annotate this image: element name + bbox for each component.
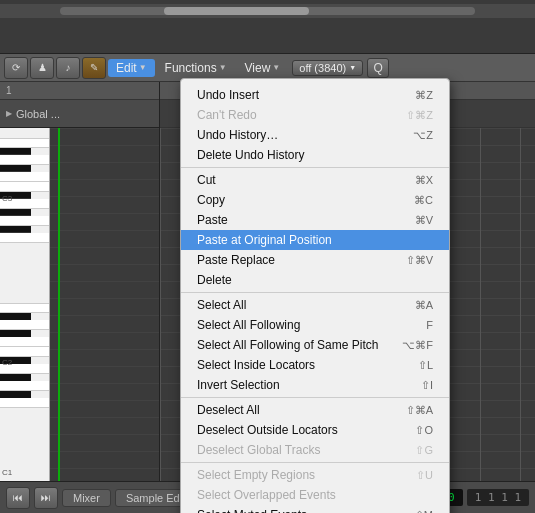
search-button[interactable]: Q	[367, 58, 389, 78]
app-window: ⟳ ♟ ♪ ✎ Edit ▼ Functions ▼ View ▼ off (3…	[0, 0, 535, 513]
toolbar-btn-1[interactable]: ⟳	[4, 57, 28, 79]
menu-item-copy[interactable]: Copy ⌘C	[181, 190, 449, 210]
toolbar-btn-4[interactable]: ✎	[82, 57, 106, 79]
menu-view[interactable]: View ▼	[237, 59, 289, 77]
transport-next[interactable]: ⏭	[34, 487, 58, 509]
off-selector[interactable]: off (3840) ▼	[292, 60, 363, 76]
menu-item-paste[interactable]: Paste ⌘V	[181, 210, 449, 230]
dropdown-overlay: Undo Insert ⌘Z Can't Redo ⇧⌘Z Undo Histo…	[180, 78, 450, 513]
menu-item-paste-original[interactable]: Paste at Original Position	[181, 230, 449, 250]
menu-item-paste-replace[interactable]: Paste Replace ⇧⌘V	[181, 250, 449, 270]
menu-section-1: Undo Insert ⌘Z Can't Redo ⇧⌘Z Undo Histo…	[181, 83, 449, 168]
track-name: Global ...	[16, 108, 60, 120]
menu-item-select-overlapped: Select Overlapped Events	[181, 485, 449, 505]
top-scrollbar[interactable]	[0, 4, 535, 18]
piano-label-c3: C3	[2, 194, 12, 203]
menu-item-cut[interactable]: Cut ⌘X	[181, 170, 449, 190]
menu-item-select-all-following[interactable]: Select All Following F	[181, 315, 449, 335]
menu-item-invert-selection[interactable]: Invert Selection ⇧I	[181, 375, 449, 395]
piano-label-c1: C1	[2, 468, 12, 477]
menu-item-select-empty: Select Empty Regions ⇧U	[181, 465, 449, 485]
ruler-left: 1	[0, 82, 159, 100]
toolbar-btn-2[interactable]: ♟	[30, 57, 54, 79]
tab-mixer[interactable]: Mixer	[62, 489, 111, 507]
menu-item-select-muted[interactable]: Select Muted Events ⇧M	[181, 505, 449, 513]
functions-menu-arrow: ▼	[219, 63, 227, 72]
edit-menu-arrow: ▼	[139, 63, 147, 72]
piano-keys-container: C3	[0, 128, 159, 485]
ruler-number-1: 1	[6, 85, 12, 96]
grid-left	[50, 128, 159, 485]
menu-item-select-all-same-pitch[interactable]: Select All Following of Same Pitch ⌥⌘F	[181, 335, 449, 355]
menu-item-deselect-global: Deselect Global Tracks ⇧G	[181, 440, 449, 460]
left-panel: 1 ▶ Global ...	[0, 82, 160, 485]
menu-item-undo-insert[interactable]: Undo Insert ⌘Z	[181, 85, 449, 105]
menu-section-2: Cut ⌘X Copy ⌘C Paste ⌘V Paste at Origina…	[181, 168, 449, 293]
dropdown-menu: Undo Insert ⌘Z Can't Redo ⇧⌘Z Undo Histo…	[180, 78, 450, 513]
menu-item-select-inside-locators[interactable]: Select Inside Locators ⇧L	[181, 355, 449, 375]
view-menu-arrow: ▼	[272, 63, 280, 72]
piano-label-c2: C2	[2, 358, 12, 367]
menu-item-undo-history[interactable]: Undo History… ⌥Z	[181, 125, 449, 145]
transport-prev[interactable]: ⏮	[6, 487, 30, 509]
menu-item-select-all[interactable]: Select All ⌘A	[181, 295, 449, 315]
menu-section-5: Select Empty Regions ⇧U Select Overlappe…	[181, 463, 449, 513]
toolbar-btn-3[interactable]: ♪	[56, 57, 80, 79]
track-header: ▶ Global ...	[0, 100, 159, 128]
menu-item-deselect-outside[interactable]: Deselect Outside Locators ⇧O	[181, 420, 449, 440]
beat-display: 1 1 1 1	[467, 489, 529, 506]
menu-functions[interactable]: Functions ▼	[157, 59, 235, 77]
piano-keys: C3	[0, 128, 50, 485]
menu-item-delete[interactable]: Delete	[181, 270, 449, 290]
menu-item-cant-redo: Can't Redo ⇧⌘Z	[181, 105, 449, 125]
menu-item-delete-undo[interactable]: Delete Undo History	[181, 145, 449, 165]
menu-section-4: Deselect All ⇧⌘A Deselect Outside Locato…	[181, 398, 449, 463]
top-area	[0, 4, 535, 54]
menu-item-deselect-all[interactable]: Deselect All ⇧⌘A	[181, 400, 449, 420]
menu-section-3: Select All ⌘A Select All Following F Sel…	[181, 293, 449, 398]
track-arrow: ▶	[6, 109, 12, 118]
menu-edit[interactable]: Edit ▼	[108, 59, 155, 77]
